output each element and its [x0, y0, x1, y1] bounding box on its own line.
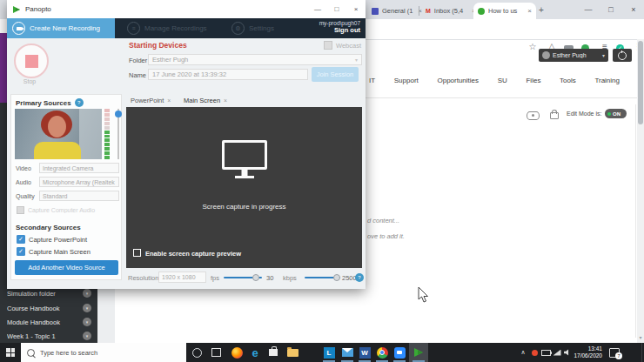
- clock-time: 13:41: [573, 345, 602, 352]
- action-center-button[interactable]: 7: [606, 343, 623, 362]
- taskbar-lync[interactable]: L: [320, 343, 338, 362]
- taskbar-mail[interactable]: [339, 343, 356, 362]
- battery-icon[interactable]: [540, 343, 552, 362]
- chevron-down-icon[interactable]: ▾: [83, 332, 91, 340]
- resolution-select[interactable]: 1920 x 1080: [158, 272, 206, 283]
- nav-item-su[interactable]: SU: [498, 77, 507, 84]
- capture-status-text: Screen capture in progress: [126, 203, 362, 211]
- browser-maximize-button[interactable]: □: [600, 0, 621, 19]
- name-label: Name: [129, 71, 146, 79]
- taskbar-store[interactable]: [265, 343, 282, 362]
- capture-main-screen-checkbox[interactable]: ✓: [17, 247, 25, 256]
- network-icon[interactable]: [552, 343, 562, 362]
- add-video-source-button[interactable]: Add Another Video Source: [15, 260, 118, 275]
- help-icon[interactable]: ?: [355, 273, 364, 282]
- sidebar-item-week1-topic1[interactable]: Week 1 - Topic 1 ▾: [0, 329, 97, 343]
- store-icon: [269, 349, 278, 356]
- taskbar-chrome[interactable]: [373, 343, 391, 362]
- slider-knob[interactable]: [252, 274, 259, 281]
- scrollbar-thumb[interactable]: [638, 41, 643, 124]
- browser-minimize-button[interactable]: —: [578, 0, 599, 19]
- nav-item-it[interactable]: IT: [369, 77, 375, 84]
- nav-item-support[interactable]: Support: [394, 77, 419, 84]
- window-maximize-button[interactable]: □: [327, 0, 346, 18]
- browser-close-button[interactable]: ×: [623, 0, 644, 19]
- start-button[interactable]: [0, 343, 21, 362]
- window-minimize-button[interactable]: —: [308, 0, 327, 18]
- sign-out-link[interactable]: Sign out: [319, 26, 360, 34]
- sidebar-item-course-handbook[interactable]: Course Handbook ▾: [0, 301, 97, 315]
- join-session-button[interactable]: Join Session: [312, 67, 359, 82]
- tab-label: Inbox (5,4: [434, 7, 468, 15]
- logout-button[interactable]: [613, 49, 632, 62]
- chevron-down-icon[interactable]: ▾: [83, 304, 91, 312]
- tab-close-icon[interactable]: ×: [167, 97, 171, 104]
- capture-computer-audio-checkbox[interactable]: [17, 206, 24, 214]
- content-text-fragment: d content...: [367, 217, 399, 225]
- slider-knob[interactable]: [115, 111, 122, 117]
- cortana-button[interactable]: [188, 343, 205, 362]
- scrollbar-down-arrow[interactable]: ▾: [637, 334, 644, 342]
- edit-mode-toggle[interactable]: ON: [605, 109, 627, 118]
- tray-app-icon[interactable]: [529, 343, 540, 362]
- taskbar-word[interactable]: W: [356, 343, 373, 362]
- eye-icon[interactable]: [527, 111, 540, 120]
- window-close-button[interactable]: ×: [346, 0, 366, 18]
- chevron-down-icon[interactable]: ▾: [83, 318, 91, 326]
- lock-icon[interactable]: [550, 112, 559, 119]
- taskbar-clock[interactable]: 13:41 17/06/2020: [573, 345, 602, 359]
- tray-expand-icon[interactable]: ∧: [517, 343, 529, 362]
- show-desktop-strip[interactable]: [641, 343, 642, 362]
- sidebar-item-module-handbook[interactable]: Module Handbook ▾: [0, 315, 97, 329]
- fps-label: fps: [211, 274, 219, 282]
- task-view-button[interactable]: [207, 343, 225, 362]
- kbps-slider[interactable]: [305, 274, 340, 281]
- slider-knob[interactable]: [333, 274, 340, 281]
- tab-label: How to us: [488, 7, 524, 15]
- volume-slider[interactable]: [114, 109, 122, 159]
- nav-item-training[interactable]: Training: [594, 77, 620, 84]
- capture-main-screen-label: Capture Main Screen: [29, 248, 91, 256]
- enable-preview-checkbox[interactable]: [133, 249, 141, 257]
- screen-capture-area: Screen capture in progress Enable screen…: [126, 107, 362, 268]
- browser-tab-general[interactable]: General (1 ×: [367, 3, 426, 19]
- audio-source-select[interactable]: Microphone Array (Realtek: [39, 177, 119, 187]
- nav-item-files[interactable]: Files: [526, 77, 540, 84]
- taskbar-search-input[interactable]: Type here to search: [21, 343, 186, 362]
- nav-item-tools[interactable]: Tools: [560, 77, 576, 84]
- taskbar-edge[interactable]: e: [246, 343, 264, 362]
- stop-button[interactable]: [14, 44, 49, 78]
- folder-select[interactable]: Esther Pugh ▾: [148, 54, 362, 65]
- fps-slider[interactable]: [224, 274, 262, 281]
- panopto-nav-bar: Create New Recording ≡ Manage Recordings…: [7, 18, 366, 38]
- tab-close-icon[interactable]: ×: [527, 7, 532, 15]
- webcast-checkbox[interactable]: [324, 41, 332, 50]
- browser-tab-inbox[interactable]: M Inbox (5,4 ×: [421, 3, 480, 19]
- tab-close-icon[interactable]: ×: [224, 97, 227, 104]
- nav-item-opportunities[interactable]: Opportunities: [437, 77, 479, 84]
- presenter-face: [48, 116, 66, 137]
- browser-tab-how-to-use[interactable]: How to us ×: [473, 3, 536, 19]
- taskbar-firefox[interactable]: [228, 343, 245, 362]
- toggle-dot: [607, 112, 611, 116]
- tab-powerpoint[interactable]: PowerPoint ×: [131, 94, 171, 107]
- nav-create-new-recording[interactable]: Create New Recording: [7, 18, 115, 38]
- new-tab-button[interactable]: +: [534, 3, 548, 17]
- volume-icon[interactable]: [562, 343, 573, 362]
- teams-icon: [372, 8, 379, 15]
- info-icon[interactable]: ?: [75, 98, 84, 107]
- session-name-input[interactable]: 17 June 2020 at 13:39:32: [148, 69, 308, 80]
- nav-settings[interactable]: ⚙ Settings: [231, 18, 274, 38]
- chevron-down-icon[interactable]: ▾: [83, 289, 91, 298]
- nav-manage-recordings[interactable]: ≡ Manage Recordings: [127, 18, 207, 38]
- taskbar-file-explorer[interactable]: [284, 343, 301, 362]
- edit-mode-label: Edit Mode is:: [567, 111, 601, 117]
- bookmark-star-icon[interactable]: ☆: [527, 42, 539, 51]
- user-menu-button[interactable]: Esther Pugh ▾: [539, 49, 608, 62]
- capture-powerpoint-checkbox[interactable]: ✓: [17, 235, 25, 244]
- taskbar-zoom[interactable]: [391, 343, 408, 362]
- video-source-select[interactable]: Integrated Camera: [39, 163, 119, 173]
- quality-select[interactable]: Standard: [39, 191, 119, 201]
- taskbar-panopto-active[interactable]: [409, 343, 428, 362]
- folder-label: Folder: [129, 57, 147, 64]
